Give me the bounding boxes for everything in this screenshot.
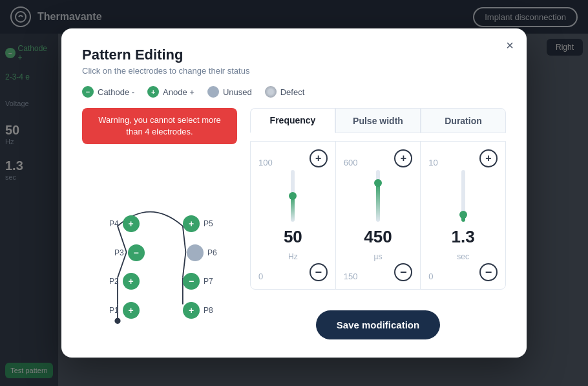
dur-plus-button[interactable]: +: [479, 149, 498, 167]
p2-circle[interactable]: +: [123, 273, 140, 290]
tab-frequency[interactable]: Frequency: [250, 108, 335, 133]
freq-min: 0: [258, 272, 263, 281]
electrode-panel: Warning, you cannot select more than 4 e…: [82, 108, 237, 339]
svg-point-8: [114, 318, 120, 324]
p6-label: P6: [207, 248, 217, 257]
legend-anode: + Anode +: [147, 86, 194, 98]
p1-circle[interactable]: +: [123, 302, 140, 319]
freq-minus-button[interactable]: −: [310, 263, 328, 281]
dur-unit: sec: [457, 252, 469, 261]
unused-legend-dot: [207, 86, 219, 98]
p4-circle[interactable]: +: [123, 215, 140, 232]
dur-value: 1.3: [452, 227, 475, 247]
controls-panel: Frequency Pulse width Duration 100 +: [250, 108, 506, 339]
frequency-slider-col: 100 +: [251, 142, 336, 289]
p3-circle[interactable]: −: [128, 244, 145, 261]
dur-max: 10: [428, 158, 437, 167]
pulse-value: 450: [364, 227, 392, 247]
anode-legend-dot: +: [147, 86, 159, 98]
p8-label: P8: [204, 306, 213, 315]
p6-circle[interactable]: [187, 244, 204, 261]
save-modification-button[interactable]: Save modification: [316, 310, 440, 339]
warning-message: Warning, you cannot select more than 4 e…: [82, 108, 237, 144]
legend-cathode: − Cathode -: [82, 86, 134, 98]
cathode-legend-dot: −: [82, 86, 94, 98]
modal-body: Warning, you cannot select more than 4 e…: [82, 108, 506, 339]
sliders-row: 100 +: [250, 141, 506, 290]
p5-circle[interactable]: +: [183, 215, 200, 232]
modal-close-button[interactable]: ×: [506, 39, 514, 52]
electrode-p2[interactable]: P2 +: [109, 273, 140, 290]
pulse-unit: µs: [374, 252, 383, 261]
app-background: Thermavante Implant disconnection − Cath…: [0, 0, 588, 386]
duration-slider-col: 10 +: [421, 142, 505, 289]
p5-label: P5: [204, 219, 213, 228]
electrode-p8[interactable]: + P8: [183, 302, 213, 319]
tab-row: Frequency Pulse width Duration: [250, 108, 506, 133]
defect-legend-dot: [265, 86, 277, 98]
p7-circle[interactable]: −: [183, 273, 200, 290]
p3-label: P3: [114, 248, 124, 257]
electrode-p4[interactable]: P4 +: [109, 215, 140, 232]
modal-title: Pattern Editing: [82, 47, 506, 63]
electrode-p6[interactable]: P6: [187, 244, 217, 261]
electrode-p7[interactable]: − P7: [183, 273, 213, 290]
legend-defect: Defect: [265, 86, 305, 98]
electrode-diagram: P4 + + P5 P3 −: [82, 155, 224, 336]
electrode-p5[interactable]: + P5: [183, 215, 213, 232]
dur-min: 0: [428, 272, 433, 281]
tab-duration[interactable]: Duration: [421, 108, 506, 133]
dur-minus-button[interactable]: −: [479, 263, 498, 281]
anode-legend-label: Anode +: [163, 87, 194, 97]
electrode-p1[interactable]: P1 +: [109, 302, 140, 319]
freq-value: 50: [284, 227, 302, 247]
pattern-editing-modal: × Pattern Editing Click on the electrode…: [61, 28, 527, 358]
electrode-legend: − Cathode - + Anode + Unused Defect: [82, 86, 506, 98]
p2-label: P2: [109, 277, 119, 286]
legend-unused: Unused: [207, 86, 252, 98]
pulse-width-slider-col: 600 +: [336, 142, 421, 289]
unused-legend-label: Unused: [223, 87, 252, 97]
pulse-plus-button[interactable]: +: [394, 149, 412, 167]
p7-label: P7: [204, 277, 213, 286]
modal-overlay: × Pattern Editing Click on the electrode…: [0, 0, 588, 386]
freq-unit: Hz: [288, 252, 298, 261]
pulse-min: 150: [344, 272, 358, 281]
pulse-minus-button[interactable]: −: [394, 263, 412, 281]
modal-subtitle: Click on the electrodes to change their …: [82, 66, 506, 76]
defect-legend-label: Defect: [280, 87, 305, 97]
tab-pulse-width[interactable]: Pulse width: [335, 108, 421, 133]
freq-max: 100: [258, 158, 273, 167]
p8-circle[interactable]: +: [183, 302, 200, 319]
electrode-p3[interactable]: P3 −: [114, 244, 145, 261]
p1-label: P1: [109, 306, 119, 315]
pulse-max: 600: [344, 158, 358, 167]
cathode-legend-label: Cathode -: [98, 87, 134, 97]
p4-label: P4: [109, 219, 119, 228]
freq-plus-button[interactable]: +: [310, 149, 328, 167]
